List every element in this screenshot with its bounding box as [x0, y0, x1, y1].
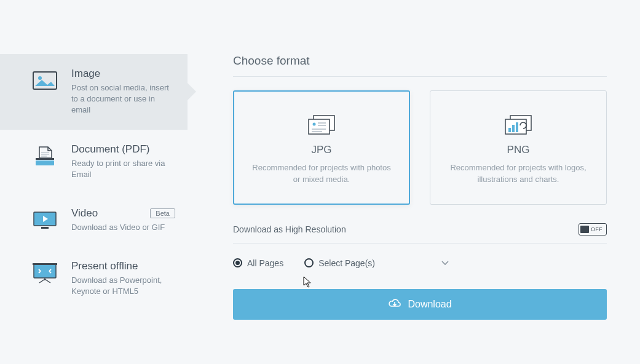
sidebar-item-title: Present offline — [71, 260, 175, 272]
format-name: PNG — [445, 144, 591, 156]
radio-label: Select Page(s) — [318, 258, 375, 268]
main-panel: Choose format JPG Recommended for p — [188, 37, 640, 364]
sidebar-item-desc: Ready to print or share via Email — [71, 158, 175, 180]
document-icon — [32, 144, 58, 168]
radio-all-pages[interactable]: All Pages — [233, 258, 283, 268]
svg-rect-2 — [36, 160, 54, 165]
cloud-download-icon — [388, 298, 401, 311]
svg-point-16 — [313, 123, 316, 126]
sidebar-item-desc: Download as Video or GIF — [71, 222, 175, 233]
svg-rect-23 — [508, 128, 511, 132]
divider — [233, 76, 607, 77]
sidebar-item-desc: Post on social media, insert to a docume… — [71, 82, 175, 116]
chevron-down-icon[interactable] — [441, 259, 449, 267]
radio-circle — [233, 258, 242, 267]
sidebar-item-title: Image — [71, 68, 175, 80]
radio-circle — [304, 258, 314, 267]
divider — [233, 243, 607, 243]
toggle-state: OFF — [591, 226, 602, 232]
video-icon — [32, 208, 58, 232]
format-desc: Recommended for projects with photos or … — [248, 162, 395, 186]
radio-select-pages[interactable]: Select Page(s) — [304, 258, 449, 268]
svg-rect-8 — [41, 227, 49, 229]
format-name: JPG — [248, 144, 395, 156]
svg-rect-25 — [516, 122, 518, 132]
format-card-png[interactable]: PNG Recommended for projects with logos,… — [430, 90, 607, 205]
sidebar-item-title: Document (PDF) — [71, 143, 175, 156]
highres-label: Download as High Resolution — [233, 224, 346, 234]
svg-rect-13 — [33, 263, 57, 265]
section-heading: Choose format — [233, 54, 607, 68]
beta-badge: Beta — [150, 208, 175, 218]
presentation-icon — [32, 261, 58, 285]
svg-rect-24 — [512, 125, 515, 132]
jpg-icon — [307, 114, 336, 135]
format-desc: Recommended for projects with logos, ill… — [445, 162, 591, 186]
sidebar-item-title: Video Beta — [71, 207, 175, 220]
sidebar-item-video[interactable]: Video Beta Download as Video or GIF — [0, 194, 188, 247]
format-grid: JPG Recommended for projects with photos… — [233, 90, 607, 205]
radio-label: All Pages — [247, 258, 283, 268]
png-icon — [504, 114, 532, 135]
svg-line-11 — [39, 279, 45, 283]
svg-rect-0 — [33, 72, 57, 89]
format-card-jpg[interactable]: JPG Recommended for projects with photos… — [233, 90, 410, 205]
download-button-label: Download — [408, 299, 451, 310]
sidebar-item-image[interactable]: Image Post on social media, insert to a … — [0, 54, 188, 130]
sidebar-item-document[interactable]: Document (PDF) Ready to print or share v… — [0, 130, 188, 194]
toggle-knob — [580, 226, 589, 233]
image-icon — [32, 69, 58, 92]
sidebar-item-present[interactable]: Present offline Download as Powerpoint, … — [0, 247, 188, 311]
svg-point-1 — [38, 76, 42, 80]
sidebar-item-desc: Download as Powerpoint, Keynote or HTML5 — [71, 275, 175, 297]
svg-line-12 — [45, 279, 50, 283]
highres-toggle[interactable]: OFF — [579, 223, 607, 235]
svg-rect-9 — [34, 264, 56, 278]
download-button[interactable]: Download — [233, 289, 607, 320]
sidebar: Image Post on social media, insert to a … — [0, 37, 188, 364]
